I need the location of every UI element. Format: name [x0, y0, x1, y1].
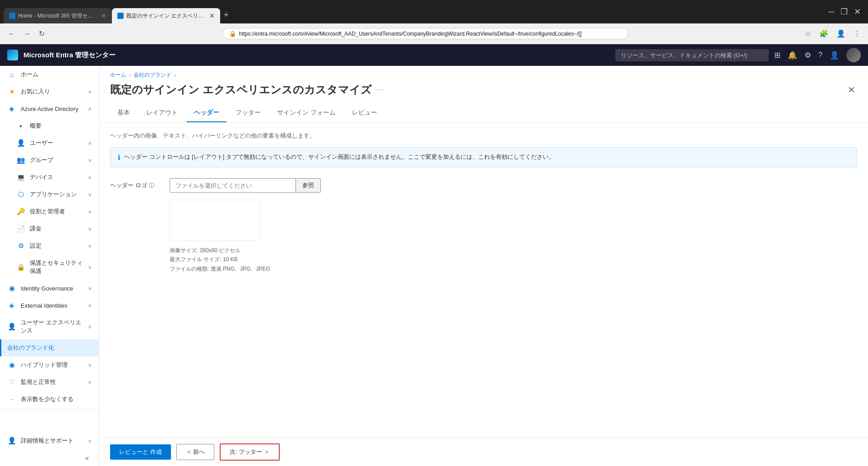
sidebar-item-devices[interactable]: 💻 デバイス ∨ — [0, 169, 99, 186]
sidebar-item-home[interactable]: ⌂ ホーム — [0, 66, 99, 83]
sidebar-label-devices: デバイス — [30, 173, 83, 181]
security-icon: 🔒 — [16, 263, 25, 271]
sidebar-item-settings[interactable]: ⚙ 設定 ∨ — [0, 237, 99, 254]
app-logo-icon — [7, 50, 18, 60]
tab1-favicon — [9, 13, 15, 19]
identity-governance-chevron: ∨ — [88, 286, 92, 291]
groups-icon: 👥 — [16, 156, 25, 164]
browser-tab-2[interactable]: 既定のサインイン エクスペリエンスの... ✕ — [112, 8, 220, 23]
sidebar-item-details-support[interactable]: 👤 詳細情報とサポート ∧ — [0, 432, 99, 449]
sidebar-label-company-branding: 会社のブランド化 — [7, 344, 92, 352]
tab-review[interactable]: レビュー — [345, 104, 384, 122]
tabs-row: 基本 レイアウト ヘッダー フッター サインイン フォーム レビュー — [99, 104, 868, 123]
header-search-input[interactable] — [615, 49, 769, 61]
review-create-button[interactable]: レビューと 作成 — [110, 444, 171, 460]
devices-icon: 💻 — [16, 173, 25, 181]
tab1-close[interactable]: ✕ — [101, 12, 106, 19]
info-banner-text: ヘッダー コントロールは [レイアウト] タブで無効になっているので、サインイン… — [124, 153, 554, 161]
sidebar-item-applications[interactable]: ⬡ アプリケーション ∨ — [0, 186, 99, 203]
browser-tabs: Home - Microsoft 365 管理センター ✕ 既定のサインイン エ… — [0, 0, 821, 23]
roles-icon: 🔑 — [16, 208, 25, 216]
lock-icon: 🔒 — [229, 30, 236, 37]
avatar[interactable] — [846, 48, 861, 62]
more-options-button[interactable]: ··· — [375, 84, 388, 96]
form-label-info-icon: ⓘ — [149, 182, 154, 189]
image-info: 画像サイズ: 280x60 ピクセル 最大ファイル サイズ: 10 KB ファイ… — [170, 246, 857, 273]
main-content: ホーム › 会社のブランド › 既定のサインイン エクスペリエンスのカスタマイズ… — [99, 66, 868, 466]
sidebar-item-billing[interactable]: 📄 課金 ∨ — [0, 220, 99, 237]
maximize-button[interactable]: ❐ — [840, 7, 848, 17]
sidebar-item-favorites[interactable]: ★ お気に入り ∨ — [0, 83, 99, 100]
settings-menu-button[interactable]: ⋮ — [852, 28, 863, 40]
grid-icon[interactable]: ⊞ — [774, 51, 780, 60]
user-experience-icon: 👤 — [7, 323, 16, 331]
sidebar-label-identity-governance: Identity Governance — [21, 285, 83, 292]
person-icon[interactable]: 👤 — [830, 51, 839, 60]
sidebar-item-groups[interactable]: 👥 グループ ∨ — [0, 152, 99, 169]
extensions-button[interactable]: 🧩 — [817, 28, 830, 40]
overview-icon: ● — [16, 123, 25, 129]
sidebar-item-external-identities[interactable]: ◈ External Identities ∨ — [0, 297, 99, 314]
page-footer: レビューと 作成 ＜ 前へ 次: フッター ＞ — [99, 438, 868, 466]
file-input-wrapper: 参照 — [170, 178, 321, 193]
sidebar-label-user-experience: ユーザー エクスペリエンス — [21, 318, 83, 335]
close-button[interactable]: ✕ — [846, 83, 857, 97]
applications-chevron: ∨ — [88, 192, 92, 198]
prev-button[interactable]: ＜ 前へ — [176, 444, 215, 460]
address-bar-row: ← → ↻ 🔒 https://entra.microsoft.com/#vie… — [0, 23, 868, 44]
sidebar-label-applications: アプリケーション — [30, 190, 83, 198]
forward-button[interactable]: → — [21, 28, 33, 40]
tab-basic[interactable]: 基本 — [110, 104, 137, 122]
sidebar-collapse-button[interactable]: « — [0, 449, 99, 466]
tab-footer[interactable]: フッター — [228, 104, 268, 122]
details-support-chevron: ∧ — [88, 438, 92, 444]
favorites-chevron: ∨ — [88, 89, 92, 95]
close-window-button[interactable]: ✕ — [854, 7, 861, 17]
users-chevron: ∨ — [88, 140, 92, 146]
file-input-field[interactable] — [170, 178, 296, 193]
sidebar-label-monitoring: 監視と正常性 — [21, 378, 83, 386]
back-button[interactable]: ← — [5, 28, 18, 40]
settings-icon: ⚙ — [16, 242, 25, 250]
browser-tab-1[interactable]: Home - Microsoft 365 管理センター ✕ — [4, 8, 112, 23]
sidebar-label-roles: 役割と管理者 — [30, 208, 83, 216]
info-banner: ℹ ヘッダー コントロールは [レイアウト] タブで無効になっているので、サイン… — [110, 147, 857, 167]
tab-signin-form[interactable]: サインイン フォーム — [270, 104, 343, 122]
sidebar-item-monitoring[interactable]: ♡ 監視と正常性 ∨ — [0, 374, 99, 391]
azure-ad-chevron: ∧ — [88, 106, 92, 112]
refresh-button[interactable]: ↻ — [36, 28, 47, 40]
sidebar-item-user-experience[interactable]: 👤 ユーザー エクスペリエンス ∧ — [0, 314, 99, 339]
header-logo-form-row: ヘッダー ロゴ ⓘ 参照 — [110, 178, 857, 193]
sidebar-label-home: ホーム — [21, 70, 92, 78]
page-header: 既定のサインイン エクスペリエンスのカスタマイズ ··· ✕ — [99, 79, 868, 97]
sidebar-item-users[interactable]: 👤 ユーザー ∨ — [0, 134, 99, 152]
file-browse-button[interactable]: 参照 — [296, 178, 321, 193]
sidebar-item-overview[interactable]: ● 概要 — [0, 117, 99, 134]
next-button[interactable]: 次: フッター ＞ — [220, 443, 280, 461]
bell-icon[interactable]: 🔔 — [788, 51, 797, 60]
info-icon: ℹ — [118, 153, 120, 161]
sidebar-item-identity-governance[interactable]: ◉ Identity Governance ∨ — [0, 280, 99, 297]
hybrid-mgmt-chevron: ∨ — [88, 362, 92, 368]
tab2-close[interactable]: ✕ — [209, 12, 215, 19]
sidebar-item-show-less[interactable]: ··· 表示数を少なくする — [0, 391, 99, 408]
sidebar-item-security[interactable]: 🔒 保護とセキュリティ保護 ∨ — [0, 254, 99, 280]
monitoring-chevron: ∨ — [88, 379, 92, 385]
sidebar-item-hybrid-mgmt[interactable]: ◉ ハイブリッド管理 ∨ — [0, 356, 99, 374]
breadcrumb-home[interactable]: ホーム — [110, 71, 126, 79]
sidebar-item-company-branding[interactable]: 会社のブランド化 — [0, 339, 99, 356]
tab-layout[interactable]: レイアウト — [139, 104, 185, 122]
sidebar-label-security: 保護とセキュリティ保護 — [30, 259, 83, 275]
profile-button[interactable]: 👤 — [835, 28, 847, 40]
address-field[interactable]: 🔒 https://entra.microsoft.com/#view/Micr… — [222, 28, 628, 39]
sidebar-label-favorites: お気に入り — [21, 88, 83, 96]
favorites-button[interactable]: ☆ — [803, 28, 813, 40]
sidebar-item-azure-ad[interactable]: ◈ Azure Active Directory ∧ — [0, 100, 99, 117]
gear-icon[interactable]: ⚙ — [804, 51, 811, 60]
minimize-button[interactable]: ─ — [828, 7, 834, 17]
question-icon[interactable]: ? — [818, 51, 822, 60]
breadcrumb-company-brand[interactable]: 会社のブランド — [134, 71, 171, 79]
new-tab-button[interactable]: + — [220, 7, 232, 23]
tab-header[interactable]: ヘッダー — [187, 104, 226, 122]
sidebar-item-roles[interactable]: 🔑 役割と管理者 ∨ — [0, 203, 99, 220]
